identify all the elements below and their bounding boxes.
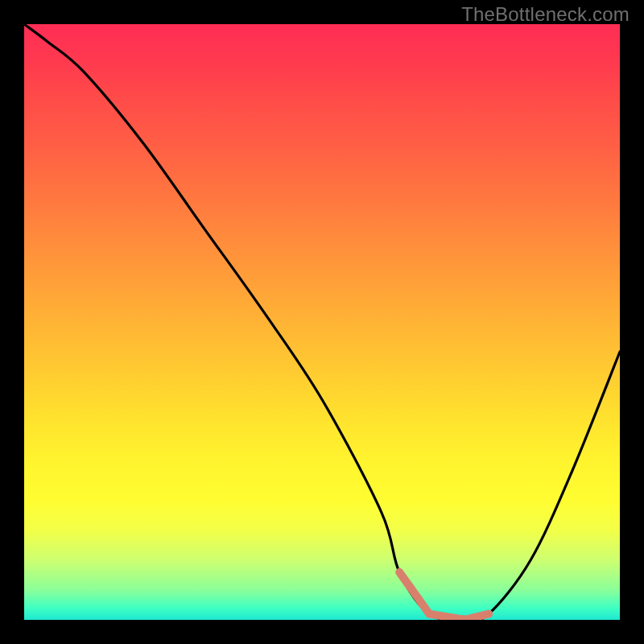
valley-highlight — [399, 572, 489, 620]
bottleneck-curve — [24, 24, 620, 620]
watermark-text: TheBottleneck.com — [461, 3, 630, 26]
plot-area — [24, 24, 620, 620]
curve-svg — [24, 24, 620, 620]
chart-container: TheBottleneck.com — [0, 0, 644, 644]
